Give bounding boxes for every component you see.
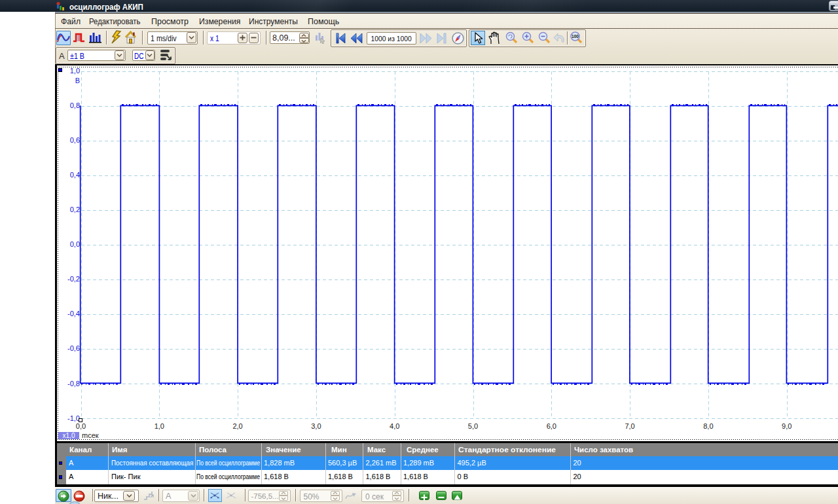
svg-text:100: 100	[572, 34, 579, 39]
